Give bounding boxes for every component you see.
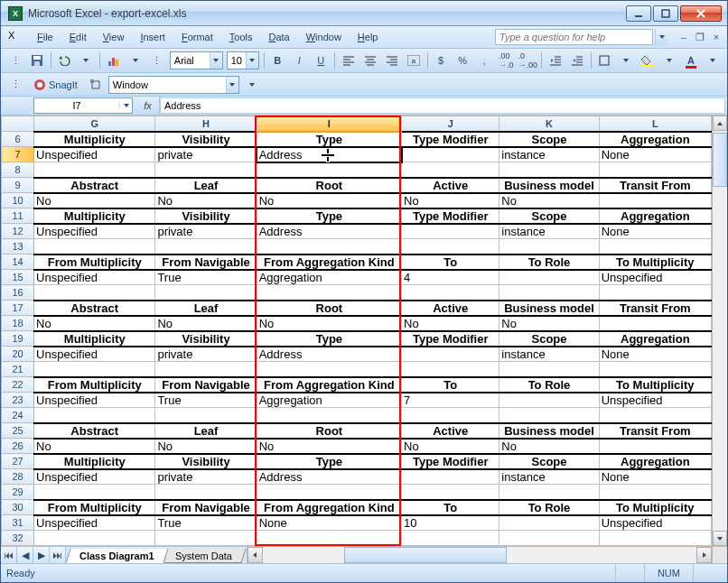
cell-H9[interactable]: Leaf [155, 178, 257, 193]
doc-close-button[interactable]: × [709, 31, 723, 43]
row-header-14[interactable]: 14 [2, 254, 34, 270]
column-header-I[interactable]: I [257, 116, 401, 132]
cell-K30[interactable]: To Role [499, 500, 599, 515]
cell-L32[interactable] [599, 531, 711, 546]
cell-G15[interactable]: Unspecified [34, 270, 155, 285]
cell-J6[interactable]: Type Modifier [402, 132, 499, 147]
font-color-button[interactable]: A [681, 51, 701, 70]
cell-J25[interactable]: Active [402, 423, 499, 439]
cell-H15[interactable]: True [155, 270, 257, 285]
row-header-8[interactable]: 8 [2, 162, 34, 178]
cell-K18[interactable]: No [499, 316, 599, 331]
cell-G23[interactable]: Unspecified [34, 393, 155, 408]
row-header-21[interactable]: 21 [2, 362, 34, 377]
cell-G27[interactable]: Multiplicity [34, 454, 155, 469]
snagit-options-dropdown[interactable] [242, 75, 262, 95]
cell-G29[interactable] [34, 485, 155, 500]
bold-button[interactable]: B [267, 51, 287, 70]
cell-K29[interactable] [499, 485, 599, 500]
cell-J26[interactable]: No [402, 439, 499, 454]
cell-I11[interactable]: Type [257, 208, 401, 224]
cell-L11[interactable]: Aggregation [599, 208, 711, 224]
cell-L24[interactable] [599, 408, 711, 423]
row-header-16[interactable]: 16 [2, 285, 34, 301]
cell-I32[interactable] [257, 531, 401, 546]
row-header-32[interactable]: 32 [2, 531, 34, 546]
cell-K10[interactable]: No [499, 193, 599, 208]
cell-K9[interactable]: Business model [499, 178, 599, 193]
cell-G12[interactable]: Unspecified [34, 224, 155, 239]
cell-H17[interactable]: Leaf [155, 301, 257, 316]
menu-insert[interactable]: Insert [133, 29, 173, 45]
cell-L21[interactable] [599, 362, 711, 377]
cell-L26[interactable] [599, 439, 711, 454]
row-header-17[interactable]: 17 [2, 301, 34, 316]
decrease-decimal-button[interactable]: .0→.00 [518, 51, 537, 70]
snagit-config-button[interactable] [86, 75, 106, 95]
cell-J27[interactable]: Type Modifier [402, 454, 499, 469]
menu-edit[interactable]: Edit [62, 29, 94, 45]
align-center-button[interactable] [360, 51, 380, 70]
cell-I20[interactable]: Address [257, 347, 401, 362]
scroll-up-button[interactable] [713, 116, 727, 131]
cell-J17[interactable]: Active [402, 301, 499, 316]
cell-I12[interactable]: Address [257, 224, 401, 239]
cell-H26[interactable]: No [155, 439, 257, 454]
cell-K23[interactable] [499, 393, 599, 408]
save-button[interactable] [27, 51, 47, 70]
cell-G20[interactable]: Unspecified [34, 347, 155, 362]
font-name-combo[interactable]: Arial [170, 51, 223, 69]
menu-file[interactable]: File [30, 29, 61, 45]
chevron-down-icon[interactable] [226, 77, 238, 93]
row-header-10[interactable]: 10 [2, 193, 34, 208]
cell-J22[interactable]: To [402, 377, 499, 393]
menu-window[interactable]: Window [299, 29, 349, 45]
select-all-corner[interactable] [2, 116, 34, 132]
cell-I13[interactable] [257, 239, 401, 254]
cell-L20[interactable]: None [599, 347, 711, 362]
column-header-H[interactable]: H [155, 116, 257, 132]
vscroll-track[interactable] [713, 131, 727, 531]
cell-L31[interactable]: Unspecified [599, 515, 711, 531]
tab-next-button[interactable]: ▶ [33, 547, 50, 563]
row-header-22[interactable]: 22 [2, 377, 34, 393]
decrease-indent-button[interactable] [546, 51, 565, 70]
cell-L23[interactable]: Unspecified [599, 393, 711, 408]
cell-K16[interactable] [499, 285, 599, 301]
cell-L25[interactable]: Transit From [599, 423, 711, 439]
menu-format[interactable]: Format [174, 29, 220, 45]
underline-button[interactable]: U [311, 51, 331, 70]
cell-J16[interactable] [402, 285, 499, 301]
row-header-23[interactable]: 23 [2, 393, 34, 408]
horizontal-scrollbar[interactable] [247, 547, 712, 563]
cell-I6[interactable]: Type [257, 132, 401, 147]
cell-L19[interactable]: Aggregation [599, 331, 711, 347]
cell-L12[interactable]: None [599, 224, 711, 239]
cell-H12[interactable]: private [155, 224, 257, 239]
increase-indent-button[interactable] [567, 51, 587, 70]
column-header-G[interactable]: G [34, 116, 155, 132]
cell-I18[interactable]: No [257, 316, 401, 331]
snagit-button[interactable]: SnagIt [27, 75, 84, 95]
align-left-button[interactable] [339, 51, 359, 70]
cell-H14[interactable]: From Navigable [155, 254, 257, 270]
doc-restore-button[interactable]: ❐ [693, 31, 707, 43]
cell-J14[interactable]: To [402, 254, 499, 270]
cell-H31[interactable]: True [155, 515, 257, 531]
currency-button[interactable]: $ [431, 51, 451, 70]
cell-H20[interactable]: private [155, 347, 257, 362]
cell-J10[interactable]: No [402, 193, 499, 208]
align-right-button[interactable] [382, 51, 402, 70]
row-header-13[interactable]: 13 [2, 239, 34, 254]
cell-G28[interactable]: Unspecified [34, 469, 155, 485]
row-header-26[interactable]: 26 [2, 439, 34, 454]
scroll-left-button[interactable] [247, 547, 263, 563]
chevron-down-icon[interactable] [210, 52, 222, 69]
font-size-combo[interactable]: 10 [227, 51, 259, 69]
cell-H27[interactable]: Visibility [155, 454, 257, 469]
cell-I7[interactable]: Address [257, 147, 401, 162]
cell-G24[interactable] [34, 408, 155, 423]
help-search[interactable] [495, 29, 653, 45]
cell-I30[interactable]: From Aggregation Kind [257, 500, 401, 515]
cell-K20[interactable]: instance [499, 347, 599, 362]
